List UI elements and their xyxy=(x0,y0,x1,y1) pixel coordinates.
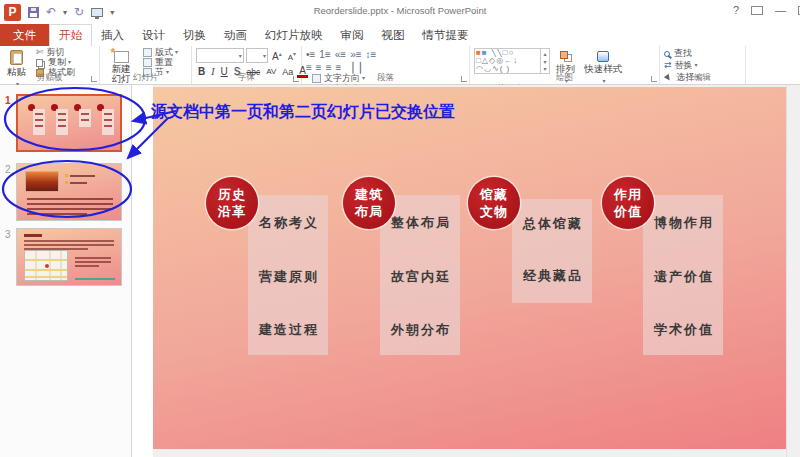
arrange-icon xyxy=(560,51,568,59)
tab-file[interactable]: 文件 xyxy=(0,24,49,46)
line-spacing-icon[interactable]: ↕≡ xyxy=(366,49,377,60)
group-label-editing: 编辑 xyxy=(660,72,745,84)
tab-view[interactable]: 视图 xyxy=(373,24,414,46)
layout-button[interactable]: 版式▾ xyxy=(143,48,178,57)
list-item[interactable]: 外朝分布 xyxy=(380,322,460,337)
tab-transitions[interactable]: 切换 xyxy=(174,24,215,46)
drawing-dialog-launcher[interactable] xyxy=(651,76,657,82)
shape-box-collection[interactable]: 总体馆藏 经典藏品 xyxy=(512,199,592,303)
list-item[interactable]: 遗产价值 xyxy=(643,269,723,284)
undo-dropdown-caret-icon[interactable]: ▾ xyxy=(63,8,67,17)
shape-circle-history[interactable]: 历史沿革 xyxy=(206,177,258,229)
slide-thumbnail-panel: 1 2 3 xyxy=(0,85,132,457)
shapes-gallery-scroll[interactable]: ▴▾▾ xyxy=(540,49,549,73)
layout-icon xyxy=(143,48,152,57)
start-slideshow-icon[interactable] xyxy=(91,8,103,17)
scissors-icon: ✄ xyxy=(36,48,44,57)
ribbon-tabs: 文件 开始 插入 设计 切换 动画 幻灯片放映 审阅 视图 情节提要 xyxy=(0,24,800,46)
group-font: ▾ ▾ A▴ A▾ B I U S abc AV Aa A 字体 xyxy=(192,46,302,84)
group-label-paragraph: 段落 xyxy=(302,72,469,84)
reset-icon xyxy=(143,58,152,67)
tab-review[interactable]: 审阅 xyxy=(332,24,373,46)
list-item[interactable]: 故宫内廷 xyxy=(380,269,460,284)
reset-button[interactable]: 重置 xyxy=(143,58,178,67)
list-item[interactable]: 博物作用 xyxy=(643,215,723,230)
slide-1-thumbnail[interactable] xyxy=(16,94,122,152)
group-slides: 新建幻灯片 ▾ 版式▾ 重置 节▾ 幻灯片 xyxy=(100,46,192,84)
decrease-indent-icon[interactable]: «≡ xyxy=(335,49,346,60)
group-label-font: 字体 xyxy=(192,72,301,84)
workspace: 1 2 3 xyxy=(0,85,800,457)
tab-storyboarding[interactable]: 情节提要 xyxy=(414,24,478,46)
ribbon-display-options-icon[interactable] xyxy=(751,6,763,15)
minimize-icon[interactable]: — xyxy=(775,3,786,17)
tab-animations[interactable]: 动画 xyxy=(215,24,256,46)
numbering-icon[interactable]: 1≡ xyxy=(319,49,330,60)
tab-slideshow[interactable]: 幻灯片放映 xyxy=(256,24,332,46)
help-icon[interactable]: ? xyxy=(733,3,739,17)
redo-icon[interactable]: ↻ xyxy=(74,6,84,18)
list-item[interactable]: 经典藏品 xyxy=(512,268,592,283)
undo-icon[interactable]: ↶ xyxy=(46,6,56,18)
replace-icon: ⇄ xyxy=(664,61,672,70)
tab-insert[interactable]: 插入 xyxy=(92,24,133,46)
panel-gutter xyxy=(132,85,153,457)
save-icon[interactable] xyxy=(28,7,39,18)
font-name-combo[interactable]: ▾ xyxy=(196,48,244,63)
shapes-gallery[interactable]: ■■ ╲╲□○ □△◇◎←↓ ◠◡∿( ) ▴▾▾ xyxy=(474,48,550,74)
tab-home[interactable]: 开始 xyxy=(49,24,92,47)
replace-button[interactable]: ⇄替换▾ xyxy=(664,61,699,70)
group-paragraph: •≡ 1≡ «≡ »≡ ↕≡ ≡ ≡ ≡ ≡ ▕▕ 文字方向▾ 对齐文本▾ 转换… xyxy=(302,46,470,84)
shapes-grid: ■■ ╲╲□○ □△◇◎←↓ ◠◡∿( ) xyxy=(475,49,540,73)
slide-3-thumbnail[interactable] xyxy=(16,228,122,286)
group-drawing: ■■ ╲╲□○ □△◇◎←↓ ◠◡∿( ) ▴▾▾ 排列 ▾ 快速样式 ▾ 形状… xyxy=(470,46,660,84)
quick-access-toolbar: P ↶ ▾ ↻ ▾ xyxy=(4,4,114,21)
list-item[interactable]: 营建原则 xyxy=(248,269,328,284)
group-clipboard: 粘贴 ▾ ✄剪切 复制▾ 格式刷 剪贴板 xyxy=(0,46,100,84)
slide-2-photo xyxy=(25,171,59,192)
title-bar: P ↶ ▾ ↻ ▾ Reorderslide.pptx - Microsoft … xyxy=(0,0,800,24)
shape-circle-value[interactable]: 作用价值 xyxy=(602,177,654,229)
shape-circle-architecture[interactable]: 建筑布局 xyxy=(343,177,395,229)
copy-button[interactable]: 复制▾ xyxy=(36,58,75,67)
right-scrollbar-area[interactable] xyxy=(786,85,800,457)
tab-design[interactable]: 设计 xyxy=(133,24,174,46)
list-item[interactable]: 建造过程 xyxy=(248,322,328,337)
powerpoint-logo-icon[interactable]: P xyxy=(4,4,21,21)
grow-font-button[interactable]: A▴ xyxy=(270,48,284,63)
quick-styles-icon xyxy=(597,51,609,62)
slide-3-map xyxy=(24,250,68,281)
increase-indent-icon[interactable]: »≡ xyxy=(350,49,361,60)
bullets-icon[interactable]: •≡ xyxy=(306,49,315,60)
group-editing: 查找 ⇄替换▾ 选择▾ 编辑 xyxy=(660,46,746,84)
slide-2-thumbnail[interactable] xyxy=(16,163,122,221)
group-label-drawing: 绘图 xyxy=(470,72,659,84)
copy-icon xyxy=(36,59,43,67)
slide-3-number: 3 xyxy=(5,229,11,240)
customize-qat-icon[interactable]: ▾ xyxy=(110,8,114,17)
find-icon xyxy=(664,51,670,57)
window-controls: ? — xyxy=(733,3,800,17)
paragraph-dialog-launcher[interactable] xyxy=(461,76,467,82)
list-item[interactable]: 名称考义 xyxy=(248,215,328,230)
paste-icon xyxy=(10,50,23,65)
clipboard-dialog-launcher[interactable] xyxy=(91,76,97,82)
list-item[interactable]: 总体馆藏 xyxy=(512,216,592,231)
annotation-note: 源文档中第一页和第二页幻灯片已交换位置 xyxy=(151,102,455,123)
shape-box-value[interactable]: 博物作用 遗产价值 学术价值 xyxy=(643,195,723,355)
font-size-combo[interactable]: ▾ xyxy=(246,48,268,63)
window-title: Reorderslide.pptx - Microsoft PowerPoint xyxy=(314,5,487,16)
cut-button[interactable]: ✄剪切 xyxy=(36,48,75,57)
new-slide-icon xyxy=(114,51,129,63)
font-dialog-launcher[interactable] xyxy=(293,76,299,82)
shape-circle-collection[interactable]: 馆藏文物 xyxy=(468,177,520,229)
ribbon: 粘贴 ▾ ✄剪切 复制▾ 格式刷 剪贴板 新建幻灯片 ▾ 版式▾ 重置 节▾ 幻 xyxy=(0,46,800,85)
shape-box-history[interactable]: 名称考义 营建原则 建造过程 xyxy=(248,195,328,355)
slide-canvas[interactable]: 历史沿革 名称考义 营建原则 建造过程 建筑布局 整体布局 故宫内廷 外朝分布 … xyxy=(153,87,786,449)
group-label-slides: 幻灯片 xyxy=(100,72,191,84)
find-button[interactable]: 查找 xyxy=(664,49,699,58)
slide-2-number: 2 xyxy=(5,164,11,175)
shrink-font-button[interactable]: A▾ xyxy=(286,48,298,64)
group-label-clipboard: 剪贴板 xyxy=(0,72,99,84)
list-item[interactable]: 学术价值 xyxy=(643,322,723,337)
